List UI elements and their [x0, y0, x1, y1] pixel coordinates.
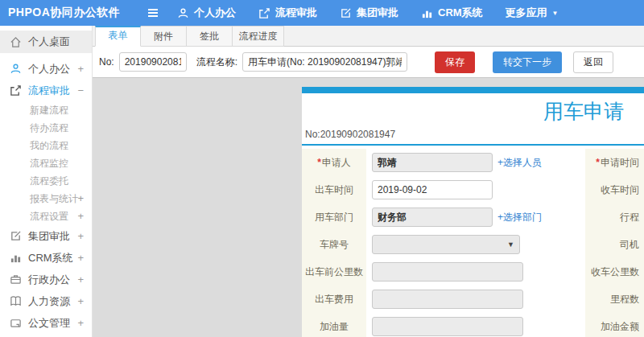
- sidebar-item-label: 个人桌面: [28, 35, 70, 49]
- sidebar-item-label: 行政办公: [28, 273, 70, 287]
- depart-time-field-cell: [366, 176, 585, 203]
- sidebar-subitem-flow-monitor[interactable]: 流程监控: [0, 154, 92, 172]
- sidebar-item-hr[interactable]: 人力资源 +: [0, 290, 92, 312]
- nav-item-label: CRM系统: [438, 6, 483, 20]
- sidebar: 个人桌面 个人办公 + 流程审批 − 新建流程 待办流程 我的流程 流程监控 流…: [0, 26, 93, 337]
- tab-signoff[interactable]: 签批: [187, 26, 233, 47]
- flow-icon: [10, 84, 22, 97]
- tab-bar: 表单 附件 签批 流程进度: [93, 26, 644, 47]
- field-label: 申请时间: [601, 156, 639, 170]
- table-row: 车牌号 ▼ 司机: [302, 231, 644, 258]
- field-label: 申请人: [322, 156, 351, 170]
- field-label: 出车时间: [315, 183, 353, 197]
- tab-attachments[interactable]: 附件: [141, 26, 187, 47]
- sidebar-item-label: 集团审批: [28, 229, 70, 244]
- expand-icon[interactable]: +: [77, 63, 84, 75]
- back-button[interactable]: 返回: [573, 51, 613, 73]
- collapse-icon[interactable]: −: [77, 84, 84, 97]
- no-input[interactable]: [119, 52, 187, 72]
- expand-icon[interactable]: +: [77, 273, 84, 286]
- sidebar-subitem-label: 报表与统计: [30, 193, 78, 204]
- sidebar-subitem-new-flow[interactable]: 新建流程: [0, 101, 92, 119]
- expand-icon[interactable]: +: [77, 317, 84, 329]
- expand-icon[interactable]: +: [77, 295, 84, 307]
- expand-icon[interactable]: +: [77, 208, 84, 225]
- plate-number-select[interactable]: ▼: [372, 235, 520, 254]
- nav-item-label: 更多应用: [506, 6, 547, 20]
- sidebar-item-label: 公文管理: [28, 316, 70, 331]
- fuel-amount-label: 加油量: [302, 313, 366, 337]
- sheet-top-bar: [302, 87, 644, 93]
- field-label: 里程数: [610, 293, 639, 306]
- expand-icon[interactable]: +: [77, 190, 84, 208]
- trip-cost-input[interactable]: [372, 290, 523, 309]
- plate-number-label: 车牌号: [302, 231, 366, 258]
- nav-item-group-approval[interactable]: 集团审批: [340, 6, 398, 20]
- tab-form[interactable]: 表单: [95, 26, 141, 47]
- sidebar-subitem-flow-settings[interactable]: 流程设置 +: [0, 208, 92, 225]
- sidebar-item-label: 流程审批: [28, 84, 70, 98]
- divider: [302, 144, 644, 146]
- chart-icon: [10, 252, 22, 264]
- department-input[interactable]: [372, 208, 493, 227]
- select-department-link[interactable]: +选择部门: [497, 211, 542, 224]
- field-label: 加油量: [320, 320, 349, 334]
- nav-item-crm[interactable]: CRM系统: [421, 6, 483, 20]
- nav-item-more-apps[interactable]: 更多应用 ▼: [506, 6, 559, 20]
- nav-item-workflow-approval[interactable]: 流程审批: [258, 6, 317, 20]
- km-before-input[interactable]: [372, 262, 523, 282]
- sidebar-subitem-label: 流程设置: [30, 211, 68, 222]
- briefcase-icon: [10, 273, 22, 286]
- app-logo: PHPOA协同办公软件: [8, 6, 129, 20]
- form-toolbar: No: 流程名称: 保存 转交下一步 返回: [93, 47, 644, 78]
- return-time-label: 收车时间: [585, 176, 644, 203]
- sidebar-subitem-reports-stats[interactable]: 报表与统计 +: [0, 190, 92, 208]
- sidebar-item-admin-office[interactable]: 行政办公 +: [0, 269, 92, 290]
- top-navbar: PHPOA协同办公软件 个人办公 流程审批 集团审批: [0, 0, 644, 26]
- hamburger-menu-icon[interactable]: [147, 6, 159, 19]
- nav-item-label: 集团审批: [357, 6, 398, 20]
- sidebar-item-workflow-approval[interactable]: 流程审批 −: [0, 80, 92, 101]
- trip-cost-field-cell: [366, 286, 585, 313]
- sidebar-item-crm[interactable]: CRM系统 +: [0, 247, 92, 269]
- sidebar-item-document-mgmt[interactable]: 公文管理 +: [0, 312, 92, 334]
- sidebar-item-desktop[interactable]: 个人桌面: [0, 31, 92, 53]
- mileage-label: 里程数: [585, 286, 644, 313]
- field-label: 收车时间: [601, 183, 639, 197]
- select-person-link[interactable]: +选择人员: [497, 156, 542, 170]
- sidebar-subitem-label: 新建流程: [30, 105, 68, 116]
- field-label: 加油金额: [601, 320, 639, 334]
- table-row: 出车前公里数 收车公里数: [302, 258, 644, 286]
- save-button[interactable]: 保存: [435, 51, 475, 73]
- depart-time-input[interactable]: [372, 180, 493, 199]
- sidebar-item-personal-office[interactable]: 个人办公 +: [0, 58, 92, 80]
- depart-time-label: 出车时间: [302, 176, 366, 203]
- sidebar-subitem-flow-delegate[interactable]: 流程委托: [0, 172, 92, 190]
- expand-icon[interactable]: +: [77, 230, 84, 242]
- form-table: * 申请人 +选择人员 * 申请时间: [302, 149, 644, 337]
- fuel-amount-field-cell: [366, 313, 585, 337]
- flow-name-input[interactable]: [242, 52, 407, 72]
- applicant-label: * 申请人: [302, 149, 366, 176]
- sidebar-item-label: 人力资源: [28, 294, 70, 309]
- sidebar-subitem-label: 流程监控: [30, 158, 68, 169]
- nav-item-personal-office[interactable]: 个人办公: [177, 6, 236, 20]
- app-window: PHPOA协同办公软件 个人办公 流程审批 集团审批: [0, 0, 644, 337]
- applicant-field-cell: +选择人员: [366, 149, 585, 176]
- fuel-amount-input[interactable]: [372, 317, 523, 336]
- forward-next-step-button[interactable]: 转交下一步: [493, 51, 562, 73]
- driver-label: 司机: [585, 231, 644, 258]
- user-icon: [177, 7, 189, 19]
- sidebar-item-group-approval[interactable]: 集团审批 +: [0, 225, 92, 247]
- expand-icon[interactable]: +: [77, 252, 84, 264]
- applicant-input[interactable]: [372, 153, 493, 172]
- form-no-text: No:20190902081947: [305, 129, 395, 140]
- sidebar-subitem-label: 待办流程: [30, 122, 68, 134]
- tab-flow-progress[interactable]: 流程进度: [233, 26, 284, 47]
- plate-number-field-cell: ▼: [366, 231, 585, 258]
- sidebar-subitem-my-flow[interactable]: 我的流程: [0, 137, 92, 154]
- table-row: 出车时间 收车时间: [302, 176, 644, 203]
- sidebar-subitem-todo-flow[interactable]: 待办流程: [0, 119, 92, 137]
- main-content: 表单 附件 签批 流程进度 No: 流程名称: 保存 转交下一步 返回 用车申请…: [93, 26, 644, 337]
- caret-down-icon: ▼: [552, 10, 559, 17]
